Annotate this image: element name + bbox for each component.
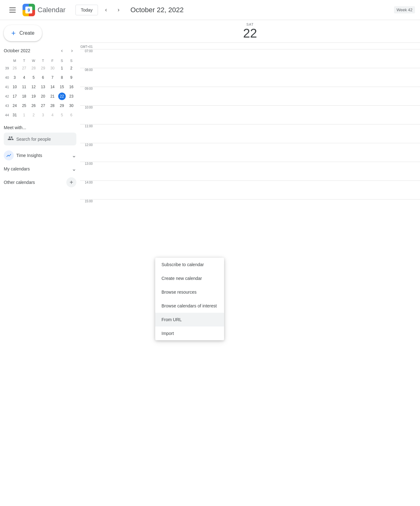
- create-plus-icon: +: [11, 29, 16, 37]
- calendar-day[interactable]: 28: [29, 64, 38, 73]
- week-num-header: [4, 58, 10, 63]
- calendar-day[interactable]: 22: [58, 92, 66, 101]
- menu-button[interactable]: [5, 3, 20, 18]
- context-menu-item[interactable]: Create new calendar: [155, 271, 224, 285]
- context-menu-item[interactable]: Browse resources: [155, 285, 224, 299]
- time-slot-header-space: [95, 43, 420, 49]
- calendar-day[interactable]: 24: [10, 101, 19, 110]
- calendar-area: SAT 22 GMT+01 07:00 08:00 09:00 10:00 11…: [80, 20, 420, 506]
- time-slot-1000[interactable]: [95, 105, 420, 124]
- calendar-day[interactable]: 6: [67, 111, 76, 119]
- time-label-1200: 12:00: [80, 143, 95, 162]
- calendar-day[interactable]: 4: [20, 73, 28, 82]
- calendar-day[interactable]: 18: [20, 92, 28, 101]
- calendar-day[interactable]: 25: [20, 101, 28, 110]
- meet-with-title: Meet with...: [0, 123, 80, 131]
- calendar-day[interactable]: 12: [29, 83, 38, 91]
- create-button[interactable]: + Create: [4, 25, 42, 41]
- calendar-day[interactable]: 29: [38, 64, 47, 73]
- next-arrow[interactable]: ›: [113, 4, 124, 16]
- people-icon: [8, 135, 14, 143]
- hamburger-icon: [9, 8, 16, 13]
- week-number: 42: [4, 92, 10, 101]
- other-calendars-row[interactable]: Other calendars +: [0, 175, 80, 190]
- weekday-thu: T: [38, 58, 47, 63]
- time-label-1400: 14:00: [80, 180, 95, 199]
- calendar-day[interactable]: 1: [58, 64, 66, 73]
- calendar-day[interactable]: 30: [67, 101, 76, 110]
- context-menu-item[interactable]: Import: [155, 326, 224, 340]
- context-menu-item[interactable]: From URL: [155, 313, 224, 326]
- app-title: Calendar: [38, 6, 65, 14]
- time-slot-0700[interactable]: [95, 49, 420, 68]
- calendar-day[interactable]: 23: [67, 92, 76, 101]
- prev-arrow[interactable]: ‹: [100, 4, 112, 16]
- week-number: 39: [4, 64, 10, 73]
- today-button[interactable]: Today: [75, 5, 98, 15]
- sidebar: + Create October 2022 ‹ › M T W: [0, 20, 80, 506]
- calendar-day[interactable]: 27: [38, 101, 47, 110]
- calendar-day[interactable]: 29: [58, 101, 66, 110]
- weekday-wed: W: [29, 58, 38, 63]
- calendar-day[interactable]: 3: [38, 111, 47, 119]
- calendar-day[interactable]: 7: [48, 73, 57, 82]
- time-insights-row[interactable]: Time Insights ⌄: [0, 148, 80, 163]
- calendar-day[interactable]: 21: [48, 92, 57, 101]
- time-slot-0900[interactable]: [95, 87, 420, 105]
- time-grid: GMT+01 07:00 08:00 09:00 10:00 11:00 12:…: [80, 43, 420, 218]
- time-slot-1100[interactable]: [95, 124, 420, 143]
- calendar-day[interactable]: 4: [48, 111, 57, 119]
- plus-icon: +: [69, 179, 73, 186]
- calendar-day[interactable]: 27: [20, 64, 28, 73]
- calendar-day[interactable]: 1: [20, 111, 28, 119]
- app-logo: 9: [23, 4, 35, 16]
- add-other-calendar-button[interactable]: +: [66, 177, 76, 187]
- calendar-day[interactable]: 15: [58, 83, 66, 91]
- calendar-day[interactable]: 13: [38, 83, 47, 91]
- header-date: October 22, 2022: [131, 6, 392, 14]
- calendar-day[interactable]: 3: [10, 73, 19, 82]
- week-number: 44: [4, 111, 10, 119]
- calendar-day[interactable]: 8: [58, 73, 66, 82]
- calendar-day[interactable]: 31: [10, 111, 19, 119]
- time-slot-1300[interactable]: [95, 162, 420, 180]
- calendar-day[interactable]: 17: [10, 92, 19, 101]
- time-label-1300: 13:00: [80, 162, 95, 180]
- calendar-day[interactable]: 26: [29, 101, 38, 110]
- my-calendars-section[interactable]: My calendars ⌄: [0, 163, 80, 175]
- time-slot-1500[interactable]: [95, 199, 420, 218]
- time-slot-0800[interactable]: [95, 68, 420, 87]
- context-menu-item[interactable]: Subscribe to calendar: [155, 258, 224, 271]
- time-label-0700: 07:00: [80, 49, 95, 68]
- calendar-day[interactable]: 5: [58, 111, 66, 119]
- calendar-day[interactable]: 11: [20, 83, 28, 91]
- weekday-mon: M: [10, 58, 19, 63]
- time-slot-column: [95, 43, 420, 218]
- day-name: SAT: [246, 23, 254, 26]
- calendar-day[interactable]: 10: [10, 83, 19, 91]
- time-insights-chevron: ⌄: [72, 152, 76, 159]
- time-label-1100: 11:00: [80, 124, 95, 143]
- calendar-day[interactable]: 6: [38, 73, 47, 82]
- time-slot-1200[interactable]: [95, 143, 420, 162]
- weekday-sat: S: [58, 58, 66, 63]
- calendar-day[interactable]: 16: [67, 83, 76, 91]
- calendar-day[interactable]: 28: [48, 101, 57, 110]
- calendar-day[interactable]: 5: [29, 73, 38, 82]
- calendar-day[interactable]: 14: [48, 83, 57, 91]
- calendar-day[interactable]: 20: [38, 92, 47, 101]
- search-people-input[interactable]: Search for people: [4, 133, 76, 145]
- calendar-day[interactable]: 30: [48, 64, 57, 73]
- context-menu-item[interactable]: Browse calendars of interest: [155, 299, 224, 313]
- mini-cal-prev[interactable]: ‹: [58, 46, 66, 55]
- calendar-day[interactable]: 19: [29, 92, 38, 101]
- search-people-label: Search for people: [16, 137, 51, 142]
- time-slot-1400[interactable]: [95, 180, 420, 199]
- time-label-1000: 10:00: [80, 105, 95, 124]
- mini-cal-next[interactable]: ›: [68, 46, 76, 55]
- calendar-day[interactable]: 26: [10, 64, 19, 73]
- calendar-day[interactable]: 2: [67, 64, 76, 73]
- week-badge: Week 42: [394, 6, 415, 13]
- calendar-day[interactable]: 9: [67, 73, 76, 82]
- calendar-day[interactable]: 2: [29, 111, 38, 119]
